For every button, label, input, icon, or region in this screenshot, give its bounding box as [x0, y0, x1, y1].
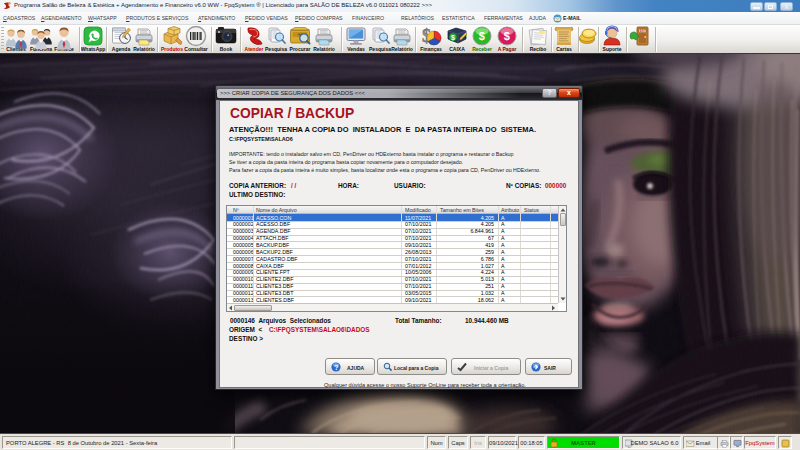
svg-text:?: ? [334, 364, 338, 371]
svg-text:$: $ [451, 34, 455, 42]
svg-text:EXIT: EXIT [640, 29, 646, 33]
svg-text:$: $ [504, 30, 510, 42]
svg-text:$: $ [479, 30, 485, 42]
